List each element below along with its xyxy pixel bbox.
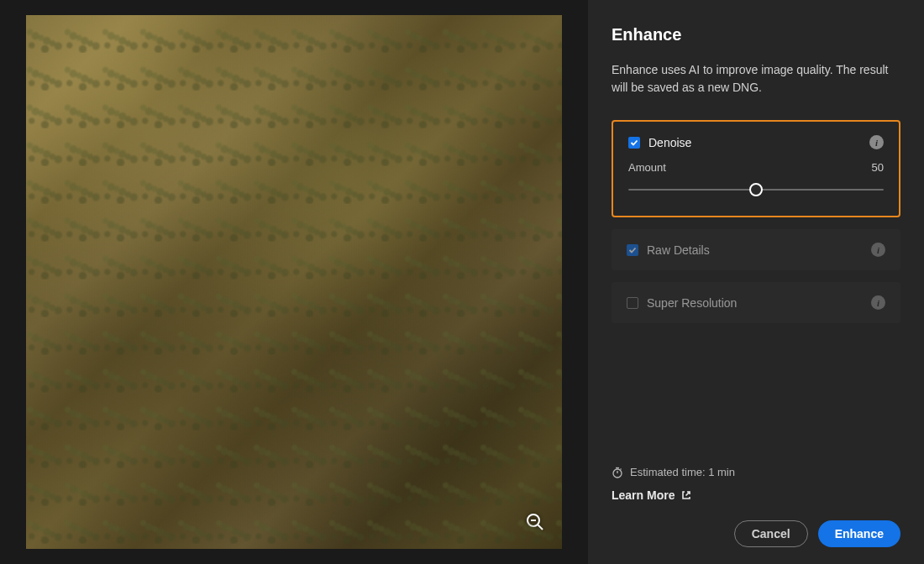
raw-details-checkbox[interactable] — [627, 244, 638, 256]
stopwatch-icon — [612, 467, 623, 478]
learn-more-text: Learn More — [612, 488, 675, 502]
amount-slider[interactable] — [628, 182, 884, 197]
svg-line-6 — [621, 468, 622, 469]
external-link-icon — [681, 490, 691, 500]
preview-panel — [0, 0, 588, 564]
check-icon — [628, 246, 637, 254]
estimated-time: Estimated time: 1 min — [612, 466, 900, 478]
panel-title: Enhance — [612, 25, 900, 44]
dialog-buttons: Cancel Enhance — [612, 520, 900, 547]
enhance-button[interactable]: Enhance — [818, 520, 900, 547]
svg-line-1 — [538, 525, 543, 530]
raw-details-option: Raw Details i — [612, 229, 900, 270]
super-resolution-label: Super Resolution — [647, 296, 863, 310]
panel-description: Enhance uses AI to improve image quality… — [612, 61, 900, 97]
super-resolution-option: Super Resolution i — [612, 282, 900, 323]
info-icon[interactable]: i — [871, 243, 885, 257]
denoise-checkbox[interactable] — [628, 137, 640, 149]
info-icon[interactable]: i — [869, 135, 884, 149]
cancel-button[interactable]: Cancel — [734, 520, 808, 547]
super-resolution-checkbox[interactable] — [627, 297, 638, 309]
sidebar: Enhance Enhance uses AI to improve image… — [588, 0, 924, 564]
amount-label: Amount — [628, 161, 666, 174]
info-icon[interactable]: i — [871, 295, 885, 310]
amount-value: 50 — [872, 161, 884, 174]
denoise-option: Denoise i Amount 50 — [612, 120, 900, 217]
learn-more-link[interactable]: Learn More — [612, 488, 900, 502]
check-icon — [630, 138, 638, 147]
slider-thumb[interactable] — [749, 183, 763, 196]
estimated-time-text: Estimated time: 1 min — [630, 466, 735, 478]
denoise-label: Denoise — [648, 136, 861, 149]
svg-point-0 — [528, 514, 539, 526]
zoom-out-icon — [526, 513, 544, 531]
raw-details-label: Raw Details — [647, 243, 863, 257]
preview-image[interactable] — [26, 15, 562, 549]
zoom-out-button[interactable] — [523, 510, 547, 534]
